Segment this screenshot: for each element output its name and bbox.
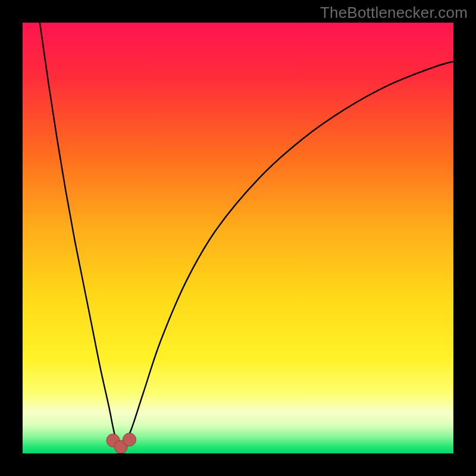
marker-min-right xyxy=(123,433,136,446)
curve-layer xyxy=(23,23,453,453)
plot-area xyxy=(23,23,453,453)
watermark-label: TheBottlenecker.com xyxy=(320,4,468,22)
min-markers xyxy=(107,433,136,453)
bottleneck-curve xyxy=(40,23,453,445)
chart-stage: TheBottlenecker.com xyxy=(0,0,476,476)
